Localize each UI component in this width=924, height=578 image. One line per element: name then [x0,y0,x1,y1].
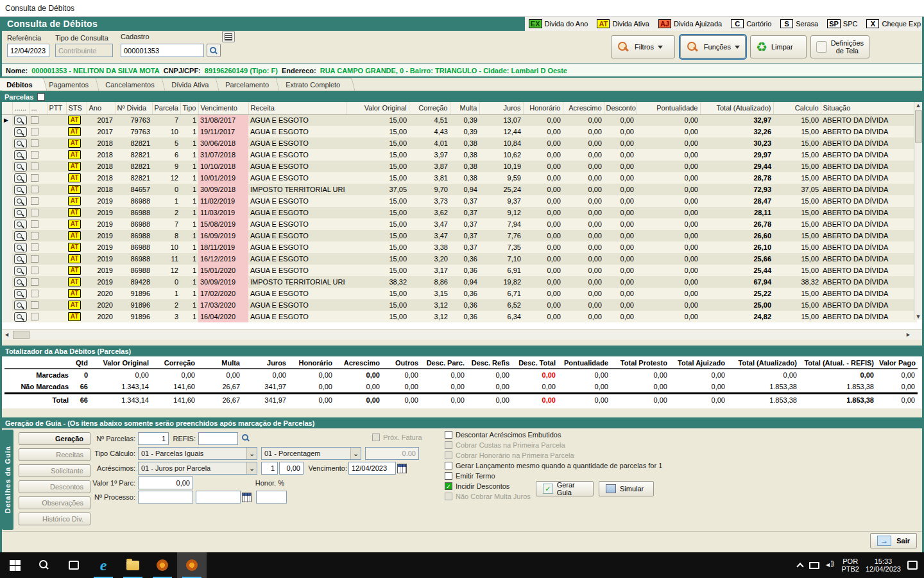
grid-column-header[interactable]: Receita [248,102,346,114]
guia-checkbox-row[interactable]: ✓Incidir Descontos [445,482,509,490]
vertical-scroll-thumb[interactable] [915,110,922,143]
grid-column-header[interactable]: PTT [47,102,66,114]
tab-dívida-ativa[interactable]: Dívida Ativa [161,78,223,91]
taskbar-search-button[interactable] [30,552,59,578]
speaker-icon[interactable] [826,561,835,569]
prox-fatura-checkbox-row[interactable]: Próx. Fatura [372,434,422,441]
guia-checkbox[interactable] [445,462,452,469]
grid-column-header[interactable]: Vencimento [198,102,248,114]
row-detail-magnifier-button[interactable] [14,185,27,195]
grid-column-header[interactable]: Valor Original [346,102,409,114]
horizontal-scroll-thumb[interactable] [13,331,30,339]
row-checkbox[interactable] [31,313,38,320]
row-detail-magnifier-button[interactable] [14,289,27,299]
row-checkbox[interactable] [31,267,38,274]
grid-column-header[interactable]: Pontualidade [636,102,700,114]
definicoes-tela-button[interactable]: Definiçõesde Tela [810,35,869,58]
grid-column-header[interactable]: Acrescimo [563,102,604,114]
grid-column-header[interactable]: Correção [409,102,450,114]
guia-checkbox-row[interactable]: Cobrar Custas na Primeira Parcela [445,441,565,449]
porcentagem-select[interactable]: 01 - Porcentagem ⌄ [261,447,361,460]
row-detail-magnifier-button[interactable] [14,162,27,171]
grid-column-header[interactable]: Tipo [180,102,198,114]
row-checkbox[interactable] [31,174,38,182]
internet-explorer-button[interactable]: e [89,552,118,578]
acrescimos-amount-input[interactable] [279,462,304,475]
guia-checkbox-row[interactable]: Descontar Acréscimos Embutidos [445,431,561,439]
row-checkbox[interactable] [31,139,38,147]
simular-button[interactable]: Simular [599,481,654,496]
row-detail-magnifier-button[interactable] [14,208,27,218]
clock[interactable]: 15:3312/04/2023 [866,557,901,573]
guia-nav-descontos[interactable]: Descontos [19,480,90,493]
guia-checkbox-row[interactable]: Emitir Termo [445,472,495,480]
row-detail-magnifier-button[interactable] [14,116,27,125]
row-detail-magnifier-button[interactable] [14,150,27,160]
guia-checkbox-row[interactable]: Não Cobrar Multa Juros [445,493,531,500]
grid-column-header[interactable]: ...... [12,102,29,114]
row-checkbox[interactable] [31,197,38,205]
horizontal-scrollbar[interactable]: ◄ ► [2,329,922,340]
grid-column-header[interactable]: Nº Divida [115,102,152,114]
cadastro-input[interactable] [121,44,204,57]
num-parcelas-input[interactable] [138,432,169,445]
refis-search-icon[interactable] [242,434,250,442]
refis-input[interactable] [198,432,238,445]
grid-column-header[interactable]: Honorário [523,102,563,114]
guia-nav-gera-o[interactable]: Geração [19,432,90,445]
vertical-scrollbar[interactable]: ▲ ▼ [914,102,922,320]
tab-extrato-completo[interactable]: Extrato Completo [275,78,355,91]
grid-column-header[interactable]: Juros [479,102,523,114]
task-view-button[interactable] [59,552,89,578]
grid-column-header[interactable]: Multa [450,102,479,114]
notification-center-icon[interactable] [907,561,918,570]
tab-pagamentos[interactable]: Pagamentos [39,78,104,91]
grid-column-header[interactable]: Calculo [773,102,821,114]
row-detail-magnifier-button[interactable] [14,243,27,252]
cadastro-search-button[interactable] [207,44,221,57]
processo-input[interactable] [138,491,193,504]
valor-parc-input[interactable] [138,477,193,489]
row-detail-magnifier-button[interactable] [14,197,27,206]
row-detail-magnifier-button[interactable] [14,231,27,241]
row-detail-magnifier-button[interactable] [14,173,27,183]
gerar-guia-button[interactable]: ✓ Gerar Guia [536,481,594,496]
prox-fatura-checkbox[interactable] [372,434,380,441]
guia-checkbox[interactable]: ✓ [445,482,452,490]
grid-column-header[interactable]: Ano [87,102,115,114]
row-checkbox[interactable] [31,290,38,297]
funcoes-button[interactable]: Funções [680,35,746,58]
row-checkbox[interactable] [31,255,38,263]
grid-column-header[interactable]: Desconto [604,102,636,114]
row-detail-magnifier-button[interactable] [14,301,27,310]
row-checkbox[interactable] [31,209,38,216]
row-checkbox[interactable] [31,278,38,286]
referencia-input[interactable] [7,44,49,57]
scroll-up-icon[interactable]: ▲ [914,102,922,109]
guia-nav-hist-rico-div-[interactable]: Histórico Div. [19,512,90,525]
tipo-calculo-select[interactable]: 01 - Parcelas Iguais ⌄ [138,447,257,460]
guia-checkbox-row[interactable]: Gerar Lançamento mesmo quando a quantida… [445,462,662,469]
scroll-left-icon[interactable]: ◄ [2,331,12,338]
row-checkbox[interactable] [31,243,38,251]
scroll-down-icon[interactable]: ▼ [914,313,922,320]
row-detail-magnifier-button[interactable] [14,312,27,322]
app-window-button[interactable] [148,552,177,578]
grid-column-header[interactable]: ... [29,102,47,114]
grid-column-header[interactable]: Total (Atualizado) [700,102,773,114]
guia-checkbox[interactable] [445,451,452,459]
guia-checkbox-row[interactable]: Cobrar Honorário na Primeira Parcela [445,451,574,459]
tray-chevron-up-icon[interactable] [797,563,804,570]
scroll-right-icon[interactable]: ► [903,331,913,338]
guia-nav-receitas[interactable]: Receitas [19,448,90,461]
calendar-icon[interactable] [242,493,252,502]
grid-column-header[interactable]: STS [66,102,87,114]
tab-débitos[interactable]: Débitos [0,78,47,91]
processo-date-input[interactable] [196,491,241,504]
limpar-button[interactable]: ♻ Limpar [750,35,807,58]
network-icon[interactable] [809,562,819,569]
start-button[interactable] [0,552,30,578]
row-checkbox[interactable] [31,186,38,193]
row-checkbox[interactable] [31,232,38,240]
guia-checkbox[interactable] [445,472,452,480]
